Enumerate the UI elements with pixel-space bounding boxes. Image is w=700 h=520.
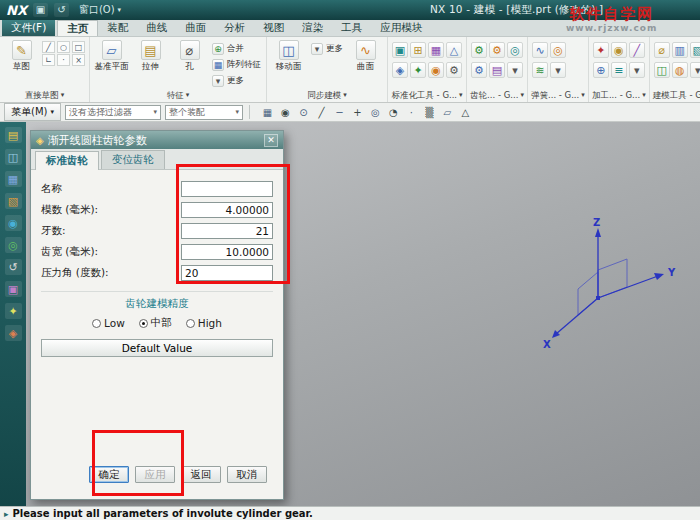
rack-icon[interactable]: ▤ (489, 62, 505, 78)
ok-button[interactable]: 确定 (89, 466, 129, 483)
menu-button[interactable]: 菜单(M)▾ (4, 103, 61, 121)
existing-point-snap-icon[interactable]: · (404, 105, 419, 120)
group-label-direct-sketch[interactable]: 直接草图▾ (3, 89, 86, 102)
graphics-area[interactable]: Z Y X ◈ 渐开线圆柱齿轮参数 ✕ 标准齿轮 变位齿轮 (26, 122, 700, 506)
radio-medium[interactable]: 中部 (139, 316, 172, 330)
roles-icon[interactable]: ◈ (5, 325, 22, 341)
cancel-button[interactable]: 取消 (227, 466, 267, 483)
group-label-feature[interactable]: 特征▾ (93, 89, 263, 102)
selection-filter-dropdown[interactable]: 没有选择过滤器▾ (65, 105, 161, 120)
surface-button[interactable]: ∿ 曲面 (347, 38, 384, 73)
trim-icon[interactable]: × (72, 54, 85, 66)
gear-pair-icon[interactable]: ⚙ (489, 42, 505, 58)
dialog-titlebar[interactable]: ◈ 渐开线圆柱齿轮参数 ✕ (31, 131, 283, 149)
pocket-icon[interactable]: ▧ (690, 42, 700, 58)
bevel-gear-icon[interactable]: ⚙ (471, 62, 487, 78)
pattern-feature-button[interactable]: ▦ 阵列特征 (210, 57, 263, 72)
flange-icon[interactable]: ◫ (654, 62, 670, 78)
tool-settings-icon[interactable]: ⚙ (446, 62, 462, 78)
cylinder-gear-icon[interactable]: ⚙ (471, 42, 487, 58)
window-menu[interactable]: 窗口(O) ▾ (75, 2, 125, 18)
history-icon[interactable]: ↺ (5, 259, 22, 275)
gear-more-icon[interactable]: ▾ (507, 62, 523, 78)
default-value-button[interactable]: Default Value (41, 339, 273, 357)
group-label-spring[interactable]: 弹簧... - G...▾ (531, 89, 585, 102)
teeth-count-input[interactable] (181, 223, 273, 239)
group-label-synchronous-modeling[interactable]: 同步建模▾ (270, 89, 384, 102)
worm-gear-icon[interactable]: ◎ (507, 42, 523, 58)
rib-icon[interactable]: ▥ (672, 42, 688, 58)
assembly-navigator-icon[interactable]: ▤ (5, 127, 22, 143)
module-input[interactable] (181, 202, 273, 218)
check-mate-icon[interactable]: ✦ (410, 62, 426, 78)
mill-tool-icon[interactable]: ⊕ (593, 62, 609, 78)
selection-scope-dropdown[interactable]: 整个装配▾ (165, 105, 243, 120)
leaf-spring-icon[interactable]: ≋ (532, 62, 548, 78)
tab-analysis[interactable]: 分析 (215, 20, 254, 36)
part-family-icon[interactable]: △ (446, 42, 462, 58)
feature-more-button[interactable]: ▾ 更多 (210, 73, 263, 88)
constraint-navigator-icon[interactable]: ◫ (5, 149, 22, 165)
wcs-orient-icon[interactable]: △ (458, 105, 473, 120)
tab-surface[interactable]: 曲面 (176, 20, 215, 36)
manufacturing-wizard-icon[interactable]: ✦ (5, 303, 22, 319)
report-icon[interactable]: ▦ (428, 42, 444, 58)
toolpath-icon[interactable]: ≡ (611, 62, 627, 78)
tab-render[interactable]: 渲染 (293, 20, 332, 36)
standard-parts-icon[interactable]: ▣ (392, 42, 408, 58)
rectangle-icon[interactable]: □ (72, 41, 85, 53)
sketch-button[interactable]: ✎ 草图 (3, 38, 40, 73)
unite-button[interactable]: ⊕ 合并 (210, 41, 263, 56)
disc-spring-icon[interactable]: ◎ (550, 42, 566, 58)
tab-home[interactable]: 主页 (57, 20, 98, 36)
boss-icon[interactable]: ◍ (672, 62, 688, 78)
tab-view[interactable]: 视图 (254, 20, 293, 36)
select-all-icon[interactable]: ▦ (260, 105, 275, 120)
midpoint-snap-icon[interactable]: ─ (332, 105, 347, 120)
tab-curve[interactable]: 曲线 (137, 20, 176, 36)
face-snap-icon[interactable]: ▱ (440, 105, 455, 120)
reuse-library-icon[interactable]: ▧ (5, 193, 22, 209)
measure-icon[interactable]: ⊞ (410, 42, 426, 58)
hd3d-tools-icon[interactable]: ◉ (5, 215, 22, 231)
drill-tool-icon[interactable]: ✦ (593, 42, 609, 58)
tab-tools[interactable]: 工具 (332, 20, 371, 36)
intersection-snap-icon[interactable]: + (350, 105, 365, 120)
name-input[interactable] (181, 181, 273, 197)
bolt-hole-icon[interactable]: ⌀ (654, 42, 670, 58)
endpoint-snap-icon[interactable]: ╱ (314, 105, 329, 120)
tab-assemblies[interactable]: 装配 (98, 20, 137, 36)
cylinder-spring-icon[interactable]: ∿ (532, 42, 548, 58)
visual-rules-icon[interactable]: ◉ (428, 62, 444, 78)
save-icon[interactable]: ▣ (33, 3, 48, 17)
machining-more-icon[interactable]: ▾ (629, 62, 645, 78)
web-browser-icon[interactable]: ◎ (5, 237, 22, 253)
snap-point-icon[interactable]: ⊙ (296, 105, 311, 120)
close-icon[interactable]: ✕ (264, 134, 278, 147)
turning-tool-icon[interactable]: ◉ (611, 42, 627, 58)
circle-icon[interactable]: ○ (57, 41, 70, 53)
process-studio-icon[interactable]: ▣ (5, 281, 22, 297)
wedm-icon[interactable]: ╱ (629, 42, 645, 58)
arc-center-snap-icon[interactable]: ◎ (368, 105, 383, 120)
synchronous-more-button[interactable]: ▾ 更多 (309, 41, 345, 56)
datum-plane-button[interactable]: ▱ 基准平面 (93, 38, 130, 73)
tab-standard-gear[interactable]: 标准齿轮 (35, 151, 99, 170)
group-label-machining[interactable]: 加工... - G...▾ (592, 89, 646, 102)
tab-application[interactable]: 应用模块 (371, 20, 431, 36)
profile-icon[interactable]: ∟ (42, 54, 55, 66)
line-icon[interactable]: ╱ (42, 41, 55, 53)
back-button[interactable]: 返回 (181, 466, 221, 483)
radio-high[interactable]: High (186, 316, 222, 330)
grid-snap-icon[interactable]: ▒ (422, 105, 437, 120)
radio-low[interactable]: Low (92, 316, 125, 330)
pressure-angle-input[interactable] (181, 265, 273, 281)
highlight-icon[interactable]: ◉ (278, 105, 293, 120)
group-label-modeling-tools[interactable]: 建模工具 - G...▾ (653, 89, 700, 102)
face-width-input[interactable] (181, 244, 273, 260)
undo-icon[interactable]: ↺ (54, 3, 69, 17)
part-navigator-icon[interactable]: ▦ (5, 171, 22, 187)
tab-shifted-gear[interactable]: 变位齿轮 (101, 150, 165, 169)
quadrant-snap-icon[interactable]: ◔ (386, 105, 401, 120)
extrude-button[interactable]: ▤ 拉伸 (132, 38, 169, 73)
